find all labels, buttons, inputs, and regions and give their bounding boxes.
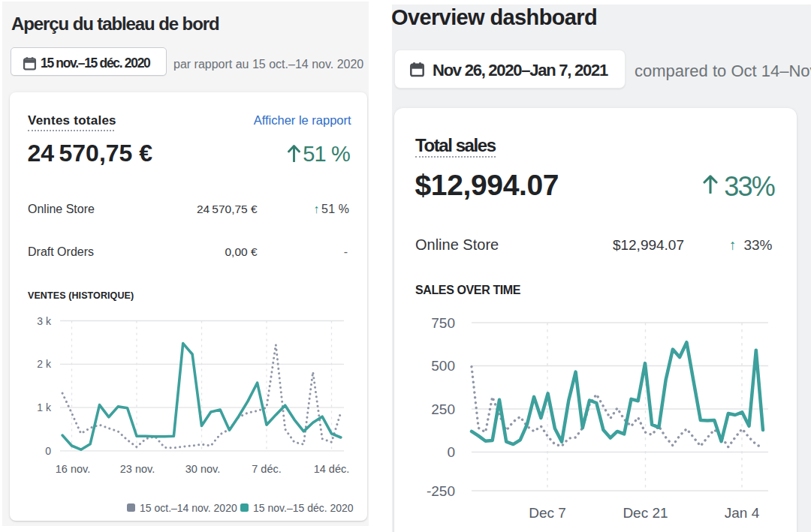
- svg-text:750: 750: [431, 315, 455, 331]
- svg-text:15 nov.–15 déc. 2020: 15 nov.–15 déc. 2020: [253, 502, 354, 514]
- svg-text:3 k: 3 k: [37, 315, 52, 327]
- svg-text:23 nov.: 23 nov.: [120, 463, 155, 475]
- svg-text:Dec 21: Dec 21: [623, 505, 668, 521]
- svg-text:500: 500: [431, 358, 455, 374]
- svg-text:-250: -250: [427, 483, 455, 499]
- svg-text:1 k: 1 k: [37, 401, 52, 413]
- svg-text:30 nov.: 30 nov.: [185, 463, 221, 475]
- svg-text:15 oct.–14 nov. 2020: 15 oct.–14 nov. 2020: [140, 502, 237, 514]
- svg-text:Jan 4: Jan 4: [725, 505, 760, 521]
- svg-text:250: 250: [431, 401, 455, 417]
- svg-text:16 nov.: 16 nov.: [56, 463, 91, 475]
- svg-text:0: 0: [45, 445, 51, 457]
- svg-text:7 déc.: 7 déc.: [252, 463, 282, 475]
- svg-text:14 déc.: 14 déc.: [314, 463, 350, 475]
- svg-text:0: 0: [447, 444, 455, 460]
- svg-text:Dec 7: Dec 7: [529, 505, 566, 521]
- svg-text:2 k: 2 k: [37, 358, 52, 370]
